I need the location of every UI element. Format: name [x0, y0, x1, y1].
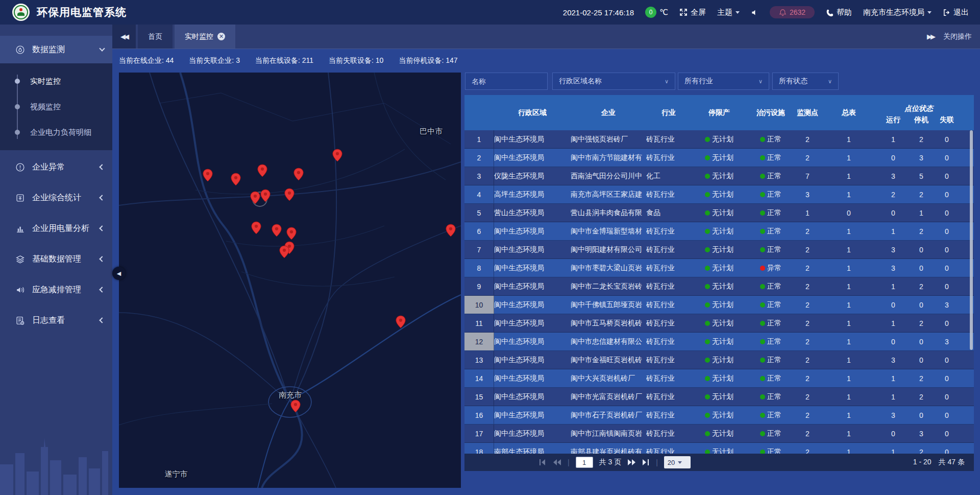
map-pin-icon[interactable] [230, 173, 241, 186]
map-pin-icon[interactable] [395, 315, 406, 328]
column-header-停限产: 停限产 [691, 95, 747, 130]
company-cell: 阆中强锐页岩砖厂 [571, 130, 646, 148]
theme-menu[interactable]: 主题 [717, 8, 740, 17]
sidebar-collapse-toggle[interactable]: ◀ [112, 267, 126, 280]
tabs-scroll-right-button[interactable]: ▶▶ [927, 33, 934, 40]
row-index-cell[interactable]: 1 [464, 130, 494, 148]
row-index-cell[interactable]: 9 [464, 277, 494, 295]
sidebar-subitem-企业电力负荷明细[interactable]: 企业电力负荷明细 [0, 120, 112, 145]
column-header-治污设施: 治污设施 [747, 95, 794, 130]
map-pin-icon[interactable] [286, 227, 297, 240]
tab-实时监控[interactable]: 实时监控✕ [175, 25, 235, 49]
name-filter-field[interactable] [465, 73, 548, 90]
industry-cell: 砖瓦行业 [646, 277, 691, 295]
stopped-cell: 0 [910, 259, 933, 277]
table-row[interactable]: 4高坪生态环境局南充市高坪区王家店建砖瓦行业无计划正常31220 [464, 185, 974, 204]
last-page-button[interactable] [642, 459, 650, 466]
map-pin-icon[interactable] [271, 224, 282, 237]
speaker-icon [751, 9, 758, 16]
sidebar-group-0: 数据监测实时监控视频监控企业电力负荷明细 [0, 36, 112, 150]
row-index-cell[interactable]: 7 [464, 241, 494, 258]
table-row[interactable]: 1阆中生态环境局阆中强锐页岩砖厂砖瓦行业无计划正常21120 [464, 130, 974, 149]
region-filter-select[interactable]: 行政区域名称 ∨ [552, 73, 675, 90]
company-cell: 阆中千佛镇五郎垭页岩 [571, 296, 646, 314]
table-row[interactable]: 12阆中生态环境局阆中市忠信建材有限公砖瓦行业无计划正常21003 [464, 333, 974, 351]
logout-button[interactable]: 退出 [943, 8, 969, 17]
table-row[interactable]: 2阆中生态环境局阆中市南方节能建材有砖瓦行业无计划正常21030 [464, 149, 974, 167]
next-page-button[interactable] [627, 459, 636, 466]
row-index-cell[interactable]: 6 [464, 222, 494, 240]
map-pin-icon[interactable] [445, 224, 456, 237]
map-pin-icon[interactable] [293, 168, 304, 181]
map-pin-icon[interactable] [202, 169, 213, 182]
row-index-cell[interactable]: 16 [464, 406, 494, 424]
help-button[interactable]: 帮助 [826, 8, 852, 17]
table-row[interactable]: 14阆中生态环境局阆中大兴页岩机砖厂砖瓦行业无计划正常21120 [464, 369, 974, 388]
region-cell: 阆中生态环境局 [494, 130, 571, 148]
table-row[interactable]: 7阆中生态环境局阆中明阳建材有限公司砖瓦行业无计划正常21300 [464, 241, 974, 259]
map-pin-icon[interactable] [290, 399, 301, 413]
fullscreen-button[interactable]: 全屏 [679, 8, 706, 17]
industry-cell: 化工 [646, 167, 691, 185]
name-filter-input[interactable] [472, 77, 541, 85]
total-meter-cell: 1 [821, 241, 877, 258]
table-scrollbar[interactable] [970, 130, 973, 350]
map-pin-icon[interactable] [260, 189, 271, 202]
table-row[interactable]: 15阆中生态环境局阆中市光富页岩机砖厂砖瓦行业无计划正常21120 [464, 388, 974, 406]
notification-badge[interactable]: 2632 [770, 6, 815, 18]
app-logo [12, 4, 30, 21]
page-number-input[interactable]: 1 [576, 457, 593, 468]
page-size-select[interactable]: 20 [664, 456, 691, 468]
sidebar-item-企业用电量分析[interactable]: 企业用电量分析 [0, 215, 112, 242]
sidebar-item-应急减排管理[interactable]: 应急减排管理 [0, 276, 112, 303]
sidebar-subitem-视频监控[interactable]: 视频监控 [0, 94, 112, 120]
row-index-cell[interactable]: 14 [464, 369, 494, 387]
sidebar-item-企业异常[interactable]: 企业异常 [0, 153, 112, 181]
table-row[interactable]: 5营山生态环境局营山县润丰肉食品有限食品无计划正常10010 [464, 204, 974, 222]
map-pin-icon[interactable] [251, 221, 262, 234]
sidebar-subitem-实时监控[interactable]: 实时监控 [0, 68, 112, 94]
tab-首页[interactable]: 首页 [138, 25, 173, 49]
table-row[interactable]: 17阆中生态环境局阆中市江南镇阆南页岩砖瓦行业无计划正常21030 [464, 425, 974, 443]
row-index-cell[interactable]: 5 [464, 204, 494, 222]
industry-filter-select[interactable]: 所有行业 ∨ [678, 73, 769, 90]
row-index-cell[interactable]: 4 [464, 185, 494, 203]
tabs-scroll-left-button[interactable]: ◀◀ [112, 25, 136, 49]
org-menu[interactable]: 南充市生态环境局 [863, 8, 932, 17]
map-pin-icon[interactable] [284, 188, 295, 201]
table-row[interactable]: 8阆中生态环境局阆中市枣碧大梁山页岩砖瓦行业无计划异常21300 [464, 259, 974, 277]
map-pin-icon[interactable] [279, 245, 290, 258]
row-index-cell[interactable]: 13 [464, 351, 494, 369]
table-row[interactable]: 6阆中生态环境局阆中市金博瑞新型墙材砖瓦行业无计划正常21120 [464, 222, 974, 241]
sound-button[interactable] [751, 9, 758, 16]
sidebar-item-企业综合统计[interactable]: 企业综合统计 [0, 184, 112, 211]
row-index-cell[interactable]: 10 [464, 296, 494, 314]
table-row[interactable]: 3仪陇生态环境局西南油气田分公司川中化工无计划正常71350 [464, 167, 974, 185]
table-row[interactable]: 9阆中生态环境局阆中市二龙长宝页岩砖砖瓦行业无计划正常21120 [464, 277, 974, 296]
tab-close-icon[interactable]: ✕ [217, 33, 225, 40]
sidebar-item-数据监测[interactable]: 数据监测 [0, 36, 112, 63]
prev-page-button[interactable] [553, 459, 561, 466]
table-row[interactable]: 10阆中生态环境局阆中千佛镇五郎垭页岩砖瓦行业无计划正常21003 [464, 296, 974, 314]
table-row[interactable]: 13阆中生态环境局阆中市金福旺页岩机砖砖瓦行业无计划正常21300 [464, 351, 974, 369]
sidebar-item-基础数据管理[interactable]: 基础数据管理 [0, 245, 112, 273]
map-canvas[interactable]: 巴中市南充市遂宁市 [119, 73, 461, 488]
row-index-cell[interactable]: 2 [464, 149, 494, 167]
row-index-cell[interactable]: 8 [464, 259, 494, 277]
row-index-cell[interactable]: 15 [464, 388, 494, 406]
sidebar-item-日志查看[interactable]: 日志查看 [0, 307, 112, 334]
map-pin-icon[interactable] [257, 164, 268, 177]
row-index-cell[interactable]: 12 [464, 333, 494, 350]
status-filter-select[interactable]: 所有状态 ∨ [772, 73, 839, 90]
table-row[interactable]: 16阆中生态环境局阆中市石子页岩机砖厂砖瓦行业无计划正常21300 [464, 406, 974, 425]
status-green-dot-icon [760, 358, 765, 363]
row-index-cell[interactable]: 17 [464, 425, 494, 442]
stopped-cell: 0 [910, 351, 933, 369]
row-index-cell[interactable]: 11 [464, 314, 494, 332]
table-row[interactable]: 11阆中生态环境局阆中市五马桥页岩机砖砖瓦行业无计划正常21120 [464, 314, 974, 333]
close-operations-button[interactable]: 关闭操作 [943, 32, 972, 41]
first-page-button[interactable] [539, 459, 547, 466]
row-index-cell[interactable]: 3 [464, 167, 494, 185]
map-pin-icon[interactable] [332, 149, 343, 162]
fullscreen-label: 全屏 [691, 8, 706, 17]
